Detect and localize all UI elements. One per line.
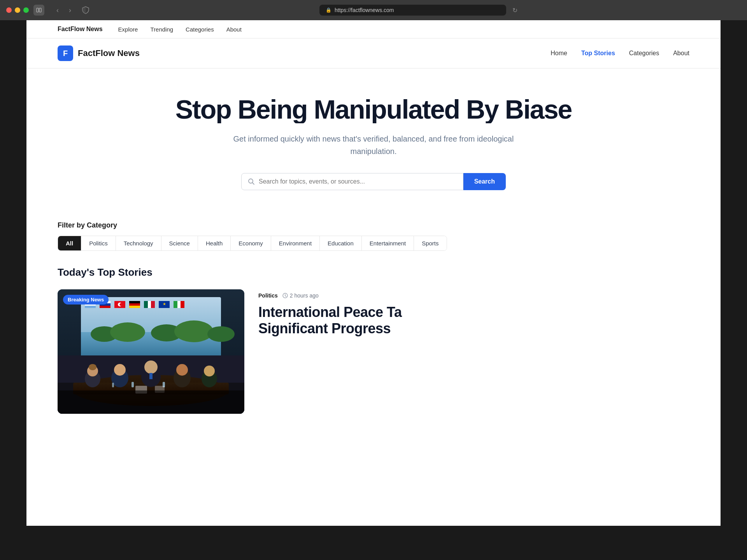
svg-point-40 <box>144 360 158 374</box>
filter-tab-health[interactable]: Health <box>198 236 231 250</box>
browser-content: FactFlow News Explore Trending Categorie… <box>26 20 721 526</box>
svg-point-10 <box>207 326 235 342</box>
hero-section: Stop Being Manipulated By Biase Get info… <box>26 68 721 210</box>
site-header: F FactFlow News Home Top Stories Categor… <box>26 38 721 68</box>
filter-label: Filter by Category <box>58 221 689 229</box>
svg-point-36 <box>89 364 96 370</box>
browser-titlebar: ‹ › 🔒 https://factflownews.com ↻ <box>0 0 747 20</box>
svg-rect-27 <box>174 301 177 308</box>
svg-rect-23 <box>148 301 151 308</box>
filter-tab-science[interactable]: Science <box>161 236 198 250</box>
svg-rect-29 <box>181 301 184 308</box>
nav-categories[interactable]: Categories <box>629 50 659 57</box>
search-button[interactable]: Search <box>463 173 506 190</box>
search-icon <box>248 178 255 185</box>
svg-rect-28 <box>177 301 181 308</box>
search-input-wrapper <box>241 173 463 190</box>
breaking-news-badge: Breaking News <box>63 295 109 304</box>
filter-section: Filter by Category All Politics Technolo… <box>26 210 721 251</box>
story-card: ★ <box>58 289 689 414</box>
svg-rect-15 <box>100 306 110 308</box>
topbar-brand: FactFlow News <box>58 26 103 33</box>
story-image[interactable]: ★ <box>58 289 244 414</box>
topbar-link-categories[interactable]: Categories <box>186 26 214 33</box>
svg-point-2 <box>249 179 253 183</box>
nav-buttons: ‹ › <box>52 5 75 16</box>
svg-point-9 <box>174 320 213 342</box>
svg-rect-19 <box>129 301 140 303</box>
shield-icon[interactable] <box>80 5 91 16</box>
svg-point-43 <box>176 364 188 376</box>
clock-icon <box>282 293 288 298</box>
filter-tab-entertainment[interactable]: Entertainment <box>362 236 414 250</box>
url-text: https://factflownews.com <box>335 7 394 13</box>
story-headline[interactable]: International Peace Ta Significant Progr… <box>258 304 689 336</box>
topbar-link-explore[interactable]: Explore <box>118 26 138 33</box>
stories-section-title: Today's Top Stories <box>58 266 689 278</box>
filter-tab-education[interactable]: Education <box>320 236 362 250</box>
svg-rect-41 <box>149 373 153 379</box>
filter-tab-politics[interactable]: Politics <box>81 236 116 250</box>
address-bar[interactable]: 🔒 https://factflownews.com <box>319 5 506 16</box>
search-container: Search <box>241 173 506 190</box>
filter-tab-environment[interactable]: Environment <box>271 236 320 250</box>
reload-button[interactable]: ↻ <box>509 5 520 16</box>
hero-title: Stop Being Manipulated By Biase <box>58 96 689 123</box>
forward-button[interactable]: › <box>65 5 75 16</box>
svg-rect-51 <box>58 390 244 414</box>
topbar-link-about[interactable]: About <box>226 26 242 33</box>
story-time: 2 hours ago <box>282 292 319 299</box>
nav-top-stories[interactable]: Top Stories <box>581 50 615 57</box>
minimize-button[interactable] <box>15 7 20 13</box>
svg-rect-20 <box>129 303 140 306</box>
logo-icon: F <box>58 46 73 61</box>
traffic-lights <box>6 7 29 13</box>
story-meta: Politics 2 hours ago <box>258 292 689 299</box>
story-image-svg: ★ <box>58 289 244 414</box>
story-category: Politics <box>258 292 278 299</box>
site-logo: F FactFlow News <box>58 46 140 61</box>
filter-tab-sports[interactable]: Sports <box>414 236 446 250</box>
filter-tab-technology[interactable]: Technology <box>116 236 161 250</box>
topbar-link-trending[interactable]: Trending <box>150 26 173 33</box>
maximize-button[interactable] <box>23 7 29 13</box>
svg-text:★: ★ <box>163 302 166 306</box>
svg-point-38 <box>114 364 126 376</box>
logo-name: FactFlow News <box>78 48 140 58</box>
svg-rect-0 <box>37 8 39 12</box>
svg-point-45 <box>204 366 215 376</box>
svg-point-7 <box>110 322 145 342</box>
lock-icon: 🔒 <box>326 7 331 13</box>
browser-chrome: ‹ › 🔒 https://factflownews.com ↻ <box>0 0 747 20</box>
nav-home[interactable]: Home <box>551 50 567 57</box>
sidebar-toggle-icon[interactable] <box>33 5 44 16</box>
site-topbar: FactFlow News Explore Trending Categorie… <box>26 20 721 38</box>
stories-section: Today's Top Stories <box>26 251 721 429</box>
svg-rect-1 <box>39 8 41 12</box>
svg-rect-46 <box>132 382 134 387</box>
svg-point-18 <box>120 303 123 306</box>
search-input[interactable] <box>259 178 457 185</box>
site-nav: Home Top Stories Categories About <box>551 50 689 57</box>
close-button[interactable] <box>6 7 12 13</box>
back-button[interactable]: ‹ <box>52 5 63 16</box>
svg-rect-22 <box>144 301 148 308</box>
filter-tabs: All Politics Technology Science Health E… <box>58 236 447 251</box>
story-content: Politics 2 hours ago International Peace… <box>258 289 689 336</box>
address-bar-container: 🔒 https://factflownews.com ↻ <box>99 5 741 16</box>
nav-about[interactable]: About <box>673 50 689 57</box>
hero-subtitle: Get informed quickly with news that's ve… <box>218 133 529 158</box>
svg-rect-21 <box>129 306 140 308</box>
filter-tab-economy[interactable]: Economy <box>231 236 271 250</box>
svg-rect-48 <box>112 383 114 387</box>
svg-rect-24 <box>151 301 155 308</box>
filter-tab-all[interactable]: All <box>58 236 81 250</box>
